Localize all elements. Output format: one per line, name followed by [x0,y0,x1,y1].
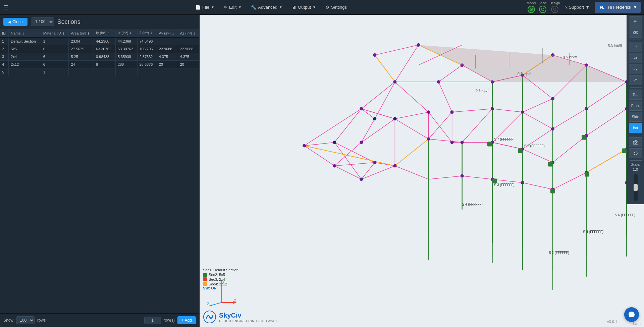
top-view-button[interactable]: Top [629,90,642,100]
svg-line-46 [334,166,361,179]
rows-label: rows [37,318,142,323]
settings-menu[interactable]: ⚙ Settings [321,3,351,12]
edit-menu[interactable]: ✏ Edit ▼ [220,3,246,12]
table-header-row: ID Name ℹ Material ID ℹ Area (in²) ℹ Iy … [0,29,199,38]
plus-y-button[interactable]: +Y [629,64,642,74]
legend-sec1: Sec1: Default Section [203,268,238,272]
svg-text:S 3 (FFFFFF): S 3 (FFFFFF) [494,183,515,187]
svg-line-57 [395,112,428,119]
iso-view-button[interactable]: Iso [629,123,642,133]
top-navigation: ☰ 📄 File ▼ ✏ Edit ▼ 🔧 Advanced ▼ 🖥 Outpu… [0,0,644,15]
version-label: v3.0.1 [607,320,617,324]
main-content: Close 1-100 Sections ID Name ℹ Material … [0,15,644,327]
hamburger-menu[interactable]: ☰ [3,4,9,11]
scale-thumb [634,184,638,191]
toolbar-divider-4 [630,160,642,161]
svg-line-34 [395,119,428,139]
table-row[interactable]: 1 Default Section 1 23.04 44.2368 44.236… [0,38,199,45]
viewport[interactable]: (30, 20, -45) S 7 (FFFFFF) S 5 (FFFFFF) … [200,15,644,327]
svg-point-116 [437,80,440,84]
minus-x-button[interactable]: -X [629,53,642,63]
svg-line-22 [439,82,452,112]
col-material: Material ID ℹ [41,29,69,38]
svg-text:0.5 kip/ft: 0.5 kip/ft [608,43,622,47]
advanced-menu[interactable]: 🔧 Advanced ▼ [247,3,286,12]
svg-line-42 [523,149,553,162]
minus-y-button[interactable]: -Y [629,75,642,85]
side-view-button[interactable]: Side [629,112,642,122]
table-row[interactable]: 3 2x4 6 5.25 0.98438 5.35938 2.87532 4.3… [0,53,199,61]
svg-line-63 [361,109,375,119]
svg-point-148 [393,117,396,120]
eye-button[interactable] [629,28,642,38]
svg-line-47 [361,166,395,179]
svg-point-132 [461,141,464,144]
svg-line-61 [375,82,395,119]
table-row[interactable]: 2 5x5 6 27.5625 63.30762 63.30762 106.79… [0,45,199,53]
svg-line-32 [334,142,361,166]
svg-line-23 [452,109,492,112]
svg-text:Z: Z [207,302,209,306]
sections-table: ID Name ℹ Material ID ℹ Area (in²) ℹ Iy … [0,29,199,76]
svg-point-147 [373,161,376,164]
skyciv-logo: SkyCiv CLOUD ENGINEERING SOFTWARE [203,310,278,324]
chat-button[interactable] [624,307,639,322]
model-item[interactable]: Model [527,1,536,13]
svg-point-128 [333,164,336,167]
svg-line-25 [492,109,523,112]
svg-rect-156 [492,179,497,183]
row-number-input[interactable] [144,317,161,324]
svg-text:S 2 (FFFFFF): S 2 (FFFFFF) [549,251,569,255]
svg-point-114 [360,107,363,110]
svg-rect-157 [550,189,555,194]
solve-item[interactable]: Solve [538,1,547,13]
solve-icon [539,6,546,13]
advanced-arrow: ▼ [279,5,282,9]
scale-slider[interactable] [634,174,638,201]
range-select[interactable]: 1-100 [31,17,54,26]
user-button[interactable]: FL Hi Frederick ▼ [595,2,641,13]
table-row[interactable]: 4 2x12 6 24 8 288 28.6376 20 20 [0,61,199,68]
edit-arrow: ▼ [238,5,241,9]
add-button[interactable]: + Add [177,316,196,324]
support-button[interactable]: ? Support ▼ [565,5,590,10]
output-menu[interactable]: 🖥 Output ▼ [288,3,320,12]
toolbar-divider-1 [630,40,642,40]
table-row[interactable]: 5 1 [0,68,199,76]
svg-point-125 [551,127,554,130]
svg-point-121 [427,110,430,114]
col-az: Az (in²) ℹ [178,29,199,38]
output-arrow: ▼ [313,5,316,9]
camera-button[interactable] [629,137,642,147]
logo-icon [203,310,216,324]
structure-visualization: (30, 20, -45) S 7 (FFFFFF) S 5 (FFFFFF) … [200,15,644,327]
svg-point-141 [461,174,464,178]
toolbar-divider-3 [630,135,642,135]
svg-marker-160 [462,65,627,82]
svg-text:0.5 kip/ft: 0.5 kip/ft [563,55,577,59]
design-item[interactable]: Design [549,1,560,13]
reset-view-button[interactable] [629,148,642,158]
rows-per-page-select[interactable]: 100 [16,316,35,324]
svg-rect-153 [548,162,553,166]
svg-text:Y: Y [222,280,225,284]
edit-icon: ✏ [224,5,227,10]
col-iy: Iy (in⁴) ℹ [94,29,116,38]
svg-point-106 [373,53,376,57]
svg-point-139 [360,178,363,181]
svg-marker-159 [418,45,586,65]
svg-line-48 [395,166,428,179]
svg-point-198 [635,142,636,144]
svg-rect-151 [487,142,492,146]
sections-table-container: ID Name ℹ Material ID ℹ Area (in²) ℹ Iy … [0,29,199,313]
svg-line-26 [523,99,553,112]
toolbar-divider-2 [630,87,642,88]
panel-header: Close 1-100 Sections [0,15,199,29]
col-id: ID [0,29,9,38]
close-button[interactable]: Close [3,18,28,26]
front-view-button[interactable]: Front [629,101,642,111]
file-menu[interactable]: 📄 File ▼ [191,3,218,12]
pencil-button[interactable]: ✏ [629,16,642,26]
svg-point-143 [521,181,524,184]
plus-x-button[interactable]: +X [629,42,642,52]
